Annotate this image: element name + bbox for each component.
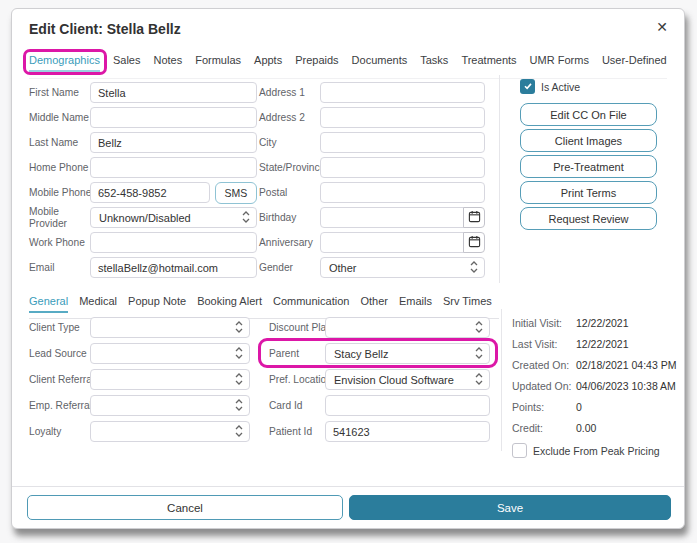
- is-active-label: Is Active: [541, 81, 580, 93]
- tab-umr-forms[interactable]: UMR Forms: [530, 54, 589, 72]
- mobile-provider-select[interactable]: Unknown/Disabled: [90, 207, 257, 228]
- dialog-title: Edit Client: Stella Bellz: [29, 21, 181, 37]
- subtab-emails[interactable]: Emails: [399, 295, 432, 313]
- discount-plan-label: Discount Plan: [269, 322, 325, 334]
- created-on-row: Created On: 02/18/2021 04:43 PM: [512, 359, 672, 372]
- work-phone-field[interactable]: [90, 232, 257, 253]
- lead-source-label: Lead Source: [29, 348, 90, 360]
- tab-documents[interactable]: Documents: [352, 54, 408, 72]
- postal-row: Postal: [259, 182, 485, 203]
- points-row: Points: 0: [512, 401, 672, 414]
- tab-user-defined[interactable]: User-Defined: [602, 54, 667, 72]
- chevron-updown-icon: [235, 424, 243, 440]
- vertical-divider-upper: [499, 75, 500, 283]
- subtab-booking-alert[interactable]: Booking Alert: [197, 295, 262, 313]
- pre-treatment-button[interactable]: Pre-Treatment: [520, 155, 657, 178]
- discount-plan-select[interactable]: [325, 317, 490, 338]
- tab-formulas[interactable]: Formulas: [195, 54, 241, 72]
- calendar-icon: [468, 210, 481, 226]
- calendar-icon: [468, 235, 481, 251]
- anniversary-calendar-button[interactable]: [463, 232, 485, 253]
- address2-field[interactable]: [320, 107, 485, 128]
- emp-referral-select[interactable]: [90, 395, 250, 416]
- mobile-phone-field[interactable]: [90, 182, 210, 203]
- lead-source-select[interactable]: [90, 343, 250, 364]
- save-button[interactable]: Save: [349, 495, 671, 520]
- cancel-button[interactable]: Cancel: [27, 495, 343, 520]
- parent-label: Parent: [269, 348, 325, 360]
- loyalty-select[interactable]: [90, 421, 250, 442]
- chevron-updown-icon: [235, 346, 243, 362]
- state-row: State/Province: [259, 157, 485, 178]
- emp-referral-row: Emp. Referral: [29, 395, 250, 416]
- right-action-panel: Is Active Edit CC On File Client Images …: [520, 79, 657, 230]
- tab-appts[interactable]: Appts: [254, 54, 282, 72]
- card-id-label: Card Id: [269, 400, 325, 412]
- anniversary-field[interactable]: [320, 232, 464, 253]
- request-review-button[interactable]: Request Review: [520, 207, 657, 230]
- general-middle-column: Discount Plan Parent Stacy Bellz Pref. L…: [269, 317, 490, 447]
- subtab-general[interactable]: General: [29, 295, 68, 313]
- home-phone-field[interactable]: [90, 157, 257, 178]
- pref-location-select[interactable]: Envision Cloud Software: [325, 369, 490, 390]
- edit-client-dialog: Edit Client: Stella Bellz ✕ Demographics…: [11, 8, 685, 529]
- card-id-row: Card Id: [269, 395, 490, 416]
- general-left-column: Client Type Lead Source Client Referral …: [29, 317, 250, 447]
- first-name-field[interactable]: [90, 82, 257, 103]
- client-images-button[interactable]: Client Images: [520, 129, 657, 152]
- exclude-peak-label: Exclude From Peak Pricing: [533, 445, 660, 457]
- client-type-row: Client Type: [29, 317, 250, 338]
- subtab-popup-note[interactable]: Popup Note: [128, 295, 186, 313]
- last-name-field[interactable]: [90, 132, 257, 153]
- chevron-updown-icon: [242, 210, 250, 226]
- parent-select[interactable]: Stacy Bellz: [325, 343, 490, 364]
- client-stats-panel: Initial Visit: 12/22/2021 Last Visit: 12…: [512, 317, 672, 458]
- tab-treatments[interactable]: Treatments: [461, 54, 516, 72]
- updated-on-value: 04/06/2023 10:38 AM: [576, 380, 676, 393]
- client-type-select[interactable]: [90, 317, 250, 338]
- lead-source-row: Lead Source: [29, 343, 250, 364]
- sms-button[interactable]: SMS: [215, 182, 257, 204]
- middle-name-field[interactable]: [90, 107, 257, 128]
- is-active-checkbox[interactable]: [520, 79, 535, 94]
- address1-label: Address 1: [259, 87, 320, 99]
- postal-label: Postal: [259, 187, 320, 199]
- tab-tasks[interactable]: Tasks: [420, 54, 448, 72]
- birthday-calendar-button[interactable]: [463, 207, 485, 228]
- gender-label: Gender: [259, 262, 320, 274]
- patient-id-label: Patient Id: [269, 426, 325, 438]
- state-field[interactable]: [320, 157, 485, 178]
- mobile-phone-row: Mobile Phone SMS: [29, 182, 257, 203]
- tab-prepaids[interactable]: Prepaids: [295, 54, 338, 72]
- subtab-other[interactable]: Other: [360, 295, 388, 313]
- initial-visit-row: Initial Visit: 12/22/2021: [512, 317, 672, 330]
- tab-demographics[interactable]: Demographics: [29, 54, 100, 72]
- initial-visit-value: 12/22/2021: [576, 317, 629, 330]
- patient-id-row: Patient Id: [269, 421, 490, 442]
- birthday-field[interactable]: [320, 207, 464, 228]
- work-phone-label: Work Phone: [29, 237, 90, 249]
- close-icon[interactable]: ✕: [656, 19, 668, 35]
- subtab-communication[interactable]: Communication: [273, 295, 349, 313]
- address2-row: Address 2: [259, 107, 485, 128]
- subtab-medical[interactable]: Medical: [79, 295, 117, 313]
- city-field[interactable]: [320, 132, 485, 153]
- is-active-row: Is Active: [520, 79, 657, 94]
- client-referral-select[interactable]: [90, 369, 250, 390]
- address1-field[interactable]: [320, 82, 485, 103]
- postal-field[interactable]: [320, 182, 485, 203]
- initial-visit-label: Initial Visit:: [512, 317, 576, 330]
- subtab-srv-times[interactable]: Srv Times: [443, 295, 492, 313]
- anniversary-row: Anniversary: [259, 232, 485, 253]
- exclude-peak-checkbox[interactable]: [512, 443, 527, 458]
- patient-id-field[interactable]: [325, 421, 490, 442]
- tab-sales[interactable]: Sales: [113, 54, 141, 72]
- email-field[interactable]: [90, 257, 257, 278]
- edit-cc-on-file-button[interactable]: Edit CC On File: [520, 103, 657, 126]
- tab-notes[interactable]: Notes: [153, 54, 182, 72]
- birthday-row: Birthday: [259, 207, 485, 228]
- gender-select[interactable]: Other: [320, 257, 485, 278]
- last-visit-label: Last Visit:: [512, 338, 576, 351]
- print-terms-button[interactable]: Print Terms: [520, 181, 657, 204]
- card-id-field[interactable]: [325, 395, 490, 416]
